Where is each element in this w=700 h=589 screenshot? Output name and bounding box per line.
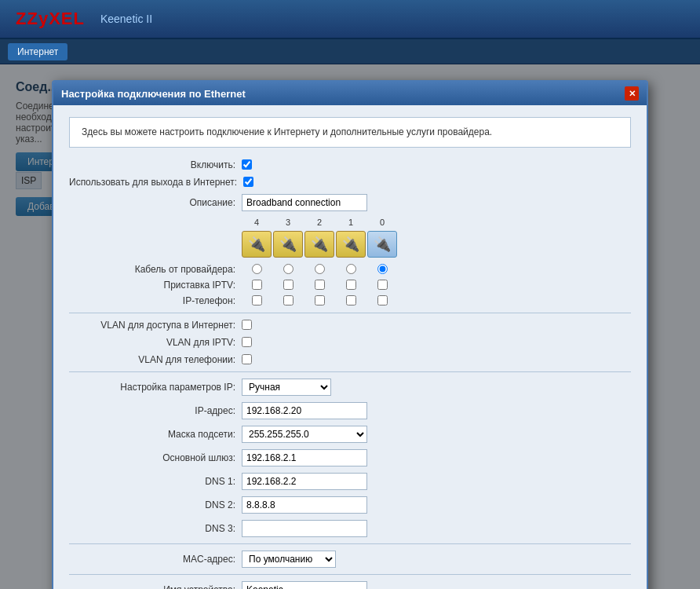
nav-item-internet[interactable]: Интернет xyxy=(8,43,67,60)
iptv-cb-3-cell xyxy=(273,280,303,290)
port-icon-4[interactable]: 🔌 xyxy=(242,231,272,258)
port-icon-0[interactable]: 🔌 xyxy=(367,231,397,258)
dns3-label: DNS 3: xyxy=(69,523,242,534)
vlan-iptv-control xyxy=(242,337,252,347)
vlan-internet-label: VLAN для доступа в Интернет: xyxy=(69,320,242,331)
cable-radio-4-cell xyxy=(242,264,272,274)
phone-row: IP-телефон: xyxy=(69,295,631,306)
cable-radio-3[interactable] xyxy=(283,264,293,274)
phone-checkbox-3[interactable] xyxy=(283,295,293,305)
ip-settings-select[interactable]: Ручная Автоматически PPPoE xyxy=(242,379,331,396)
dns3-control xyxy=(242,520,367,537)
iptv-checkbox-3[interactable] xyxy=(283,280,293,290)
ports-container: 4 3 2 1 0 🔌 🔌 🔌 🔌 🔌 xyxy=(242,218,397,258)
iptv-checkbox-2[interactable] xyxy=(315,280,325,290)
device-name-row: Имя устройства: xyxy=(69,581,631,589)
dns1-row: DNS 1: xyxy=(69,473,631,490)
cable-radio-4[interactable] xyxy=(252,264,262,274)
port-num-3: 3 xyxy=(273,218,303,227)
vlan-internet-row: VLAN для доступа в Интернет: xyxy=(69,320,631,331)
description-input[interactable] xyxy=(242,194,367,211)
phone-checkbox-4[interactable] xyxy=(252,295,262,305)
ip-address-input[interactable] xyxy=(242,402,367,419)
port-num-4: 4 xyxy=(242,218,272,227)
dns2-row: DNS 2: xyxy=(69,496,631,514)
gateway-row: Основной шлюз: xyxy=(69,449,631,466)
mac-select[interactable]: По умолчанию Клонировать Ввести вручную xyxy=(242,551,336,568)
phone-checkboxes xyxy=(242,295,397,305)
modal-close-button[interactable]: ✕ xyxy=(625,86,639,101)
vlan-iptv-row: VLAN для IPTV: xyxy=(69,337,631,348)
use-internet-control xyxy=(243,177,253,187)
description-control xyxy=(242,194,367,211)
modal-overlay: Настройка подключения по Ethernet ✕ Здес… xyxy=(0,64,700,589)
ethernet-settings-modal: Настройка подключения по Ethernet ✕ Здес… xyxy=(52,80,648,589)
enable-checkbox[interactable] xyxy=(242,159,252,170)
cable-radio-1[interactable] xyxy=(346,264,356,274)
port-icon-2[interactable]: 🔌 xyxy=(304,231,334,258)
iptv-checkbox-4[interactable] xyxy=(252,280,262,290)
cable-radio-1-cell xyxy=(336,264,366,274)
modal-title-bar: Настройка подключения по Ethernet ✕ xyxy=(53,82,647,105)
content-area: Соед... Соединениенеобходимонастроитьука… xyxy=(0,64,700,589)
ports-section: 4 3 2 1 0 🔌 🔌 🔌 🔌 🔌 xyxy=(69,218,631,258)
gateway-control xyxy=(242,449,367,466)
gateway-input[interactable] xyxy=(242,449,367,466)
iptv-cb-4-cell xyxy=(242,280,272,290)
iptv-cb-0-cell xyxy=(367,280,397,290)
cable-radio-0[interactable] xyxy=(377,264,388,274)
subnet-row: Маска подсети: 255.255.255.0 255.255.0.0… xyxy=(69,426,631,443)
vlan-internet-control xyxy=(242,320,252,330)
ip-address-control xyxy=(242,402,367,419)
vlan-phone-row: VLAN для телефонии: xyxy=(69,354,631,365)
dns3-input[interactable] xyxy=(242,520,367,537)
use-internet-checkbox[interactable] xyxy=(243,177,253,187)
phone-checkbox-0[interactable] xyxy=(377,295,388,305)
cable-radio-0-cell xyxy=(367,264,397,274)
phone-checkbox-2[interactable] xyxy=(315,295,325,305)
vlan-phone-checkbox[interactable] xyxy=(242,354,252,364)
iptv-cb-1-cell xyxy=(336,280,366,290)
ip-address-row: IP-адрес: xyxy=(69,402,631,419)
iptv-checkbox-0[interactable] xyxy=(377,280,388,290)
mac-label: MAC-адрес: xyxy=(69,554,242,565)
port-icon-1[interactable]: 🔌 xyxy=(336,231,366,258)
description-label: Описание: xyxy=(69,197,242,208)
phone-cb-2-cell xyxy=(304,295,334,305)
device-name-input[interactable] xyxy=(242,581,367,589)
device-name-control xyxy=(242,581,367,589)
dns1-input[interactable] xyxy=(242,473,367,490)
device-name-label: Имя устройства: xyxy=(69,584,242,589)
logo: ZZyXEL xyxy=(16,9,85,29)
cable-radio-2-cell xyxy=(304,264,334,274)
phone-cb-0-cell xyxy=(367,295,397,305)
subnet-select[interactable]: 255.255.255.0 255.255.0.0 255.0.0.0 xyxy=(242,426,367,443)
phone-label: IP-телефон: xyxy=(69,295,242,306)
dns1-label: DNS 1: xyxy=(69,476,242,487)
ip-settings-label: Настройка параметров IP: xyxy=(69,382,242,393)
vlan-iptv-checkbox[interactable] xyxy=(242,337,252,347)
port-numbers-row: 4 3 2 1 0 xyxy=(242,218,397,227)
vlan-internet-checkbox[interactable] xyxy=(242,320,252,330)
vlan-phone-label: VLAN для телефонии: xyxy=(69,354,242,365)
iptv-checkbox-1[interactable] xyxy=(346,280,356,290)
vlan-phone-control xyxy=(242,354,252,364)
cable-radio-2[interactable] xyxy=(315,264,325,274)
info-box: Здесь вы можете настроить подключение к … xyxy=(69,117,631,148)
use-internet-label: Использовать для выхода в Интернет: xyxy=(69,177,243,188)
phone-cb-3-cell xyxy=(273,295,303,305)
dns2-input[interactable] xyxy=(242,496,367,514)
cable-provider-label: Кабель от провайдера: xyxy=(69,264,242,275)
enable-control xyxy=(242,159,252,170)
subnet-label: Маска подсети: xyxy=(69,429,242,440)
cable-radio-3-cell xyxy=(273,264,303,274)
mac-control: По умолчанию Клонировать Ввести вручную xyxy=(242,551,336,568)
phone-checkbox-1[interactable] xyxy=(346,295,356,305)
phone-cb-1-cell xyxy=(336,295,366,305)
dns2-label: DNS 2: xyxy=(69,499,242,510)
iptv-label: Приставка IPTV: xyxy=(69,280,242,291)
mac-row: MAC-адрес: По умолчанию Клонировать Ввес… xyxy=(69,551,631,568)
phone-cb-4-cell xyxy=(242,295,272,305)
port-icon-3[interactable]: 🔌 xyxy=(273,231,303,258)
modal-title: Настройка подключения по Ethernet xyxy=(61,88,246,100)
